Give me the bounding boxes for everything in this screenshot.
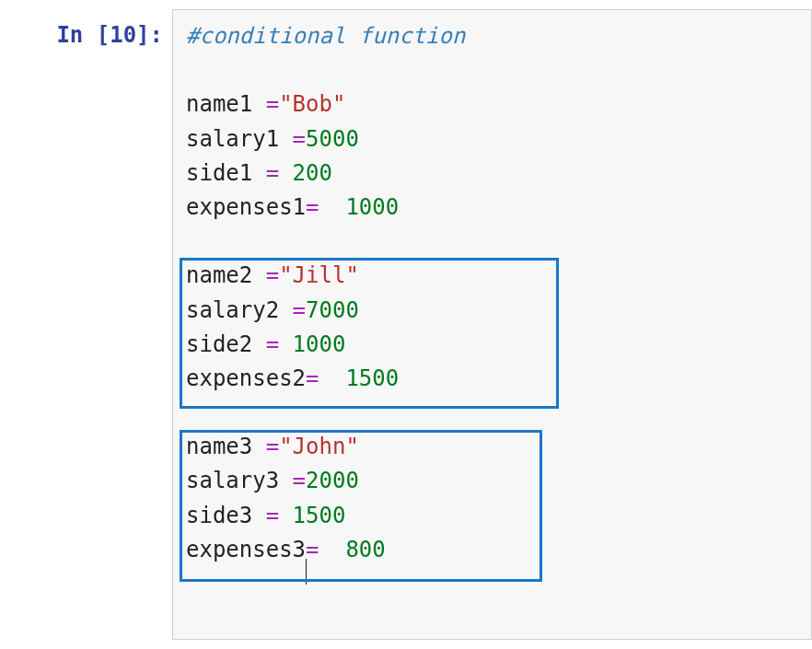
code-number: 7000 [306, 297, 359, 323]
code-number: 1000 [345, 194, 399, 220]
prompt-in-label: In [56, 22, 96, 48]
code-number: 2000 [306, 468, 359, 493]
code-identifier: salary3 [186, 468, 293, 493]
prompt-left-bracket: [ [97, 22, 110, 48]
code-identifier: salary1 [186, 126, 293, 152]
code-number: 1000 [293, 331, 346, 357]
code-number: 200 [293, 160, 332, 186]
code-operator: = [266, 91, 279, 117]
code-identifier: expenses1 [186, 194, 306, 220]
code-space [319, 194, 346, 220]
code-identifier: side1 [186, 160, 266, 186]
code-operator: = [266, 262, 279, 288]
code-number: 1500 [293, 503, 346, 528]
code-editor-content[interactable]: #conditional function name1 ="Bob" salar… [186, 19, 798, 567]
code-space [279, 503, 292, 528]
code-operator: = [306, 194, 319, 220]
code-comment: #conditional function [186, 23, 465, 49]
code-identifier: expenses3 [186, 537, 306, 562]
code-identifier: name2 [186, 262, 266, 288]
code-input-area[interactable]: #conditional function name1 ="Bob" salar… [172, 9, 812, 640]
code-space [319, 365, 346, 391]
code-string: "John" [279, 434, 359, 459]
code-space [279, 331, 292, 357]
code-identifier: expenses2 [186, 365, 306, 391]
code-identifier: name1 [186, 91, 266, 117]
code-operator: = [293, 297, 306, 323]
prompt-right-bracket: ]: [136, 22, 163, 48]
code-number: 1500 [345, 365, 399, 391]
code-operator: = [293, 468, 306, 493]
notebook-code-cell: In [10]: #conditional function name1 ="B… [0, 0, 812, 649]
code-identifier: side3 [186, 503, 266, 528]
code-operator: = [306, 537, 319, 562]
code-string: "Bob" [279, 91, 345, 117]
code-space [319, 537, 346, 562]
code-operator: = [266, 503, 279, 528]
code-operator: = [266, 160, 279, 186]
code-string: "Jill" [279, 262, 359, 288]
code-number: 5000 [306, 126, 359, 152]
code-identifier: name3 [186, 434, 266, 459]
code-operator: = [293, 126, 306, 152]
code-operator: = [266, 434, 279, 459]
input-prompt: In [10]: [0, 9, 172, 640]
prompt-execution-count: 10 [110, 22, 136, 48]
code-identifier: side2 [186, 331, 266, 357]
code-operator: = [306, 365, 319, 391]
code-space [279, 160, 292, 186]
code-operator: = [266, 331, 279, 357]
code-identifier: salary2 [186, 297, 293, 323]
code-number: 800 [345, 537, 385, 562]
